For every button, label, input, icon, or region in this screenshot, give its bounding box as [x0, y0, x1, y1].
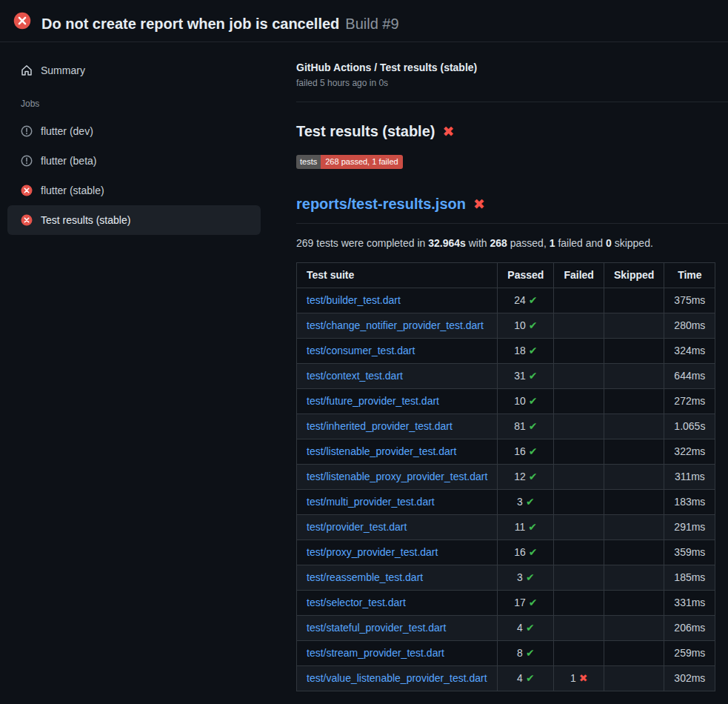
skipped-cell: [604, 490, 664, 515]
passed-cell: 24✔: [498, 288, 554, 313]
suite-link[interactable]: test/listenable_provider_test.dart: [307, 445, 456, 457]
passed-cell: 16✔: [498, 439, 554, 465]
suite-link[interactable]: test/builder_test.dart: [307, 294, 401, 306]
summary-failed: 1: [550, 237, 555, 249]
passed-cell: 81✔: [498, 414, 554, 439]
summary-duration: 32.964s: [428, 237, 466, 249]
sidebar-item-label: flutter (beta): [41, 155, 96, 167]
sidebar-item-summary[interactable]: Summary: [7, 57, 261, 84]
sidebar-item-flutter-dev[interactable]: flutter (dev): [7, 116, 261, 146]
passed-cell: 31✔: [498, 364, 554, 389]
check-icon: ✔: [526, 672, 535, 684]
x-mark-icon: ✖: [442, 124, 454, 139]
passed-count: 17: [514, 597, 526, 608]
passed-cell: 17✔: [498, 591, 554, 616]
check-icon: ✔: [528, 521, 537, 533]
passed-cell: 10✔: [498, 389, 554, 414]
passed-count: 81: [514, 420, 526, 432]
suite-link[interactable]: test/consumer_test.dart: [307, 345, 415, 356]
jobs-section-label: Jobs: [7, 99, 261, 109]
time-cell: 644ms: [664, 364, 715, 389]
skipped-cell: [604, 616, 664, 641]
time-cell: 1.065s: [664, 414, 715, 439]
sidebar-item-label: flutter (stable): [41, 185, 104, 196]
passed-count: 31: [514, 370, 526, 382]
passed-count: 3: [517, 496, 523, 508]
col-header-test-suite: Test suite: [297, 263, 498, 288]
passed-cell: 11✔: [498, 515, 554, 540]
table-row: test/provider_test.dart 11✔ 291ms: [297, 515, 715, 540]
suite-link[interactable]: test/context_test.dart: [307, 370, 403, 382]
failed-cell: [554, 591, 604, 616]
table-row: test/future_provider_test.dart 10✔ 272ms: [297, 389, 715, 414]
time-cell: 322ms: [664, 439, 715, 465]
col-header-passed: Passed: [498, 263, 554, 288]
alert-circle-icon: [21, 125, 33, 137]
summary-mid1: with: [466, 237, 490, 249]
table-header-row: Test suite Passed Failed Skipped Time: [297, 263, 715, 288]
skipped-cell: [604, 414, 664, 439]
x-circle-icon: [21, 185, 33, 196]
failed-cell: [554, 641, 604, 666]
failed-cell: [554, 540, 604, 565]
time-cell: 272ms: [664, 389, 715, 414]
time-cell: 183ms: [664, 490, 715, 515]
table-row: test/inherited_provider_test.dart 81✔ 1.…: [297, 414, 715, 439]
failed-cell: [554, 616, 604, 641]
badge-label: tests: [296, 155, 321, 169]
sidebar-item-label: Summary: [41, 64, 85, 76]
table-row: test/value_listenable_provider_test.dart…: [297, 666, 715, 691]
col-header-skipped: Skipped: [604, 263, 664, 288]
check-icon: ✔: [529, 395, 538, 407]
table-row: test/multi_provider_test.dart 3✔ 183ms: [297, 490, 715, 515]
sidebar-item-label: flutter (dev): [41, 125, 93, 137]
x-circle-icon: [21, 214, 33, 226]
failed-cell: [554, 414, 604, 439]
passed-count: 8: [517, 647, 523, 659]
passed-cell: 12✔: [498, 465, 554, 490]
suite-link[interactable]: test/selector_test.dart: [307, 597, 406, 608]
sidebar-item-test-results-stable[interactable]: Test results (stable): [7, 205, 261, 235]
summary-mid2: passed,: [507, 237, 550, 249]
sidebar-item-flutter-stable[interactable]: flutter (stable): [7, 176, 261, 205]
suite-link[interactable]: test/multi_provider_test.dart: [307, 496, 435, 508]
skipped-cell: [604, 565, 664, 591]
skipped-cell: [604, 288, 664, 313]
failed-cell: [554, 364, 604, 389]
table-row: test/context_test.dart 31✔ 644ms: [297, 364, 715, 389]
suite-link[interactable]: test/listenable_proxy_provider_test.dart: [307, 471, 487, 482]
suite-link[interactable]: test/stateful_provider_test.dart: [307, 622, 446, 634]
run-title-line: Do not create report when job is cancell…: [41, 7, 399, 35]
summary-line: 269 tests were completed in 32.964s with…: [296, 236, 704, 250]
passed-count: 10: [514, 395, 526, 407]
check-icon: ✔: [529, 445, 538, 457]
check-icon: ✔: [526, 496, 535, 508]
run-header: Do not create report when job is cancell…: [0, 0, 728, 42]
suite-link[interactable]: test/inherited_provider_test.dart: [307, 420, 453, 432]
suite-link[interactable]: test/stream_provider_test.dart: [307, 647, 444, 659]
suite-link[interactable]: test/value_listenable_provider_test.dart: [307, 672, 487, 684]
check-icon: ✔: [526, 647, 535, 659]
suite-link[interactable]: test/change_notifier_provider_test.dart: [307, 319, 484, 331]
tests-badge: tests268 passed, 1 failed: [296, 155, 403, 169]
time-cell: 259ms: [664, 641, 715, 666]
suite-link[interactable]: test/provider_test.dart: [307, 521, 407, 533]
check-icon: ✔: [529, 420, 538, 432]
sidebar-item-flutter-beta[interactable]: flutter (beta): [7, 146, 261, 176]
suite-link[interactable]: test/proxy_provider_test.dart: [307, 546, 438, 558]
skipped-cell: [604, 515, 664, 540]
passed-cell: 8✔: [498, 641, 554, 666]
run-build-number: Build #9: [345, 16, 398, 32]
time-cell: 280ms: [664, 313, 715, 339]
passed-cell: 4✔: [498, 616, 554, 641]
passed-cell: 18✔: [498, 339, 554, 364]
suite-link[interactable]: test/future_provider_test.dart: [307, 395, 439, 407]
failed-cell: [554, 490, 604, 515]
report-link[interactable]: reports/test-results.json: [296, 196, 466, 212]
failed-cell: [554, 515, 604, 540]
time-cell: 359ms: [664, 540, 715, 565]
suite-link[interactable]: test/reassemble_test.dart: [307, 571, 423, 583]
x-mark-icon: ✖: [473, 196, 485, 212]
failed-cell: [554, 288, 604, 313]
table-row: test/consumer_test.dart 18✔ 324ms: [297, 339, 715, 364]
